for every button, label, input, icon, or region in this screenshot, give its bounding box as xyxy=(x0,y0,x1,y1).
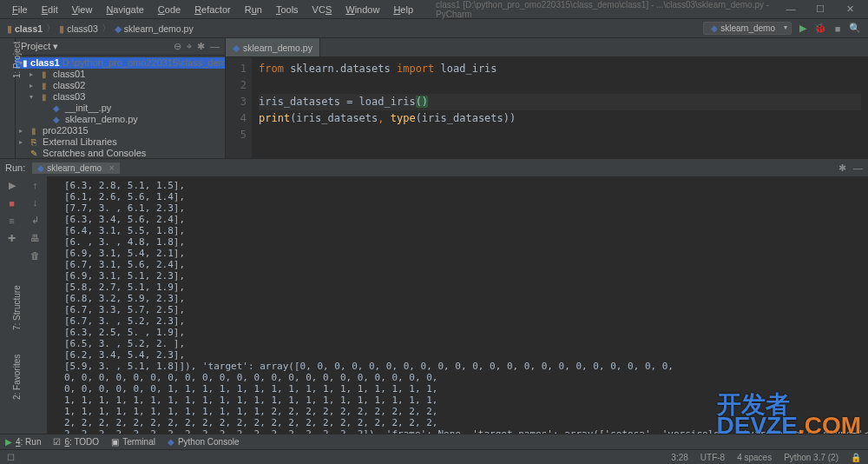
menu-file[interactable]: File xyxy=(7,3,33,17)
python-icon: ◆ xyxy=(168,437,174,447)
search-icon[interactable]: 🔍 xyxy=(849,23,861,35)
tree-row-scratches[interactable]: ✎ Scratches and Consoles xyxy=(16,148,225,158)
breadcrumb-item[interactable]: ▮class03 xyxy=(59,23,98,34)
editor-tab-bar: ◆ sklearn_demo.py xyxy=(226,38,868,57)
python-icon: ◆ xyxy=(50,103,62,113)
code-editor[interactable]: 1 2 3 4 5 from sklearn.datasets import l… xyxy=(226,57,868,158)
folder-icon: ▮ xyxy=(38,81,50,90)
tree-row-folder[interactable]: ▸▮ class02 xyxy=(16,80,225,91)
library-icon: ⎘ xyxy=(28,137,40,147)
main-menu: File Edit View Navigate Code Refactor Ru… xyxy=(3,3,422,17)
down-icon[interactable]: ↓ xyxy=(33,197,38,208)
breadcrumb: ▮class1 〉 ▮class03 〉 ◆sklearn_demo.py xyxy=(7,23,194,35)
menu-view[interactable]: View xyxy=(67,3,98,17)
menu-code[interactable]: Code xyxy=(153,3,186,17)
breadcrumb-item[interactable]: ▮class1 xyxy=(7,23,43,34)
run-tool-label: Run: xyxy=(5,162,25,173)
debug-icon[interactable]: 🐞 xyxy=(814,23,826,35)
python-icon: ◆ xyxy=(711,23,718,33)
menu-navigate[interactable]: Navigate xyxy=(101,3,148,17)
status-encoding[interactable]: UTF-8 xyxy=(700,453,725,462)
trash-icon[interactable]: 🗑 xyxy=(30,250,40,261)
tool-tab-run[interactable]: ▶4: Run xyxy=(5,437,41,447)
editor-tab[interactable]: ◆ sklearn_demo.py xyxy=(226,38,320,56)
python-icon: ◆ xyxy=(50,115,62,124)
editor-gutter: 1 2 3 4 5 xyxy=(226,57,252,158)
hide-icon[interactable]: — xyxy=(853,162,863,174)
collapse-icon[interactable]: ⊖ xyxy=(174,41,181,52)
pin-icon[interactable]: ✚ xyxy=(8,233,16,244)
menu-help[interactable]: Help xyxy=(388,3,418,17)
run-icon[interactable]: ▶ xyxy=(797,23,809,35)
gear-icon[interactable]: ✱ xyxy=(838,162,846,174)
editor-content[interactable]: from sklearn.datasets import load_iris i… xyxy=(252,57,868,158)
breadcrumb-item[interactable]: ◆sklearn_demo.py xyxy=(115,23,194,34)
run-tool-toolbar: ▶ ■ ≡ ✚ ↑ ↓ ↲ 🖶 🗑 xyxy=(0,176,47,434)
stop-icon[interactable]: ■ xyxy=(9,198,15,209)
status-icon[interactable]: ☐ xyxy=(7,453,15,462)
python-icon: ◆ xyxy=(37,163,44,173)
tree-row-folder[interactable]: ▸▮ class01 xyxy=(16,69,225,80)
tool-tab-project[interactable]: 1: Project xyxy=(12,42,22,78)
tree-row-file[interactable]: ◆ sklearn_demo.py xyxy=(16,114,225,125)
tool-tab-structure[interactable]: 7: Structure xyxy=(12,285,22,330)
tree-row-libraries[interactable]: ▸⎘ External Libraries xyxy=(16,136,225,148)
project-header: Project xyxy=(21,41,50,51)
menu-tools[interactable]: Tools xyxy=(271,3,304,17)
close-icon[interactable]: ✕ xyxy=(838,3,861,15)
tool-tab-python-console[interactable]: ◆Python Console xyxy=(168,437,240,447)
hide-icon[interactable]: — xyxy=(210,41,220,52)
folder-icon: ▮ xyxy=(28,126,40,136)
menu-run[interactable]: Run xyxy=(240,3,267,17)
menu-vcs[interactable]: VCS xyxy=(307,3,338,17)
soft-wrap-icon[interactable]: ↲ xyxy=(31,215,39,226)
menu-window[interactable]: Window xyxy=(340,3,385,17)
up-icon[interactable]: ↑ xyxy=(33,180,38,190)
todo-icon: ☑ xyxy=(53,437,61,447)
folder-icon: ▮ xyxy=(38,70,50,79)
layout-icon[interactable]: ≡ xyxy=(9,215,14,226)
tree-row-file[interactable]: ◆ __init__.py xyxy=(16,103,225,114)
tree-row-folder[interactable]: ▸▮ pro220315 xyxy=(16,125,225,136)
minimize-icon[interactable]: — xyxy=(779,3,802,15)
status-interpreter[interactable]: Python 3.7 (2) xyxy=(784,453,838,462)
tool-tab-terminal[interactable]: ▣Terminal xyxy=(111,437,155,447)
folder-icon: ▮ xyxy=(38,92,50,102)
select-target-icon[interactable]: ⌖ xyxy=(187,41,192,52)
menu-edit[interactable]: Edit xyxy=(36,3,63,17)
editor-tab-label: sklearn_demo.py xyxy=(243,43,312,53)
tree-row-folder[interactable]: ▾▮ class03 xyxy=(16,91,225,103)
gear-icon[interactable]: ✱ xyxy=(197,41,205,52)
folder-icon: ▮ xyxy=(7,23,12,34)
lock-icon[interactable]: 🔒 xyxy=(851,453,861,462)
folder-icon: ▮ xyxy=(23,58,28,68)
python-icon: ◆ xyxy=(233,43,240,53)
tool-tab-favorites[interactable]: 2: Favorites xyxy=(12,355,22,400)
window-title: class1 [D:\python_pro_omo220315\class_de… xyxy=(422,0,779,19)
folder-icon: ▮ xyxy=(59,23,64,34)
maximize-icon[interactable]: ☐ xyxy=(809,3,832,15)
print-icon[interactable]: 🖶 xyxy=(30,233,40,243)
python-icon: ◆ xyxy=(115,23,122,34)
status-indent[interactable]: 4 spaces xyxy=(737,453,772,462)
console-output[interactable]: [6.3, 2.8, 5.1, 1.5], [6.1, 2.6, 5.6, 1.… xyxy=(47,176,868,434)
project-tool-window: Project ▾ ⊖ ⌖ ✱ — ▾▮ class1 D:\python_pr… xyxy=(16,38,226,158)
scratch-icon: ✎ xyxy=(28,149,40,158)
tool-tab-todo[interactable]: ☑6: TODO xyxy=(53,437,99,447)
status-position[interactable]: 3:28 xyxy=(671,453,687,462)
run-config-dropdown[interactable]: ◆ sklearn_demo xyxy=(703,22,792,35)
rerun-icon[interactable]: ▶ xyxy=(9,180,16,191)
project-tree: ▾▮ class1 D:\python_pro_omo220315\class_… xyxy=(16,56,225,158)
tree-row-root[interactable]: ▾▮ class1 D:\python_pro_omo220315\class_… xyxy=(16,57,225,69)
run-tool-tab[interactable]: ◆ sklearn_demo × xyxy=(32,162,119,174)
menu-refactor[interactable]: Refactor xyxy=(189,3,236,17)
terminal-icon: ▣ xyxy=(111,437,119,447)
stop-icon[interactable]: ■ xyxy=(832,23,844,35)
run-icon: ▶ xyxy=(5,437,12,447)
